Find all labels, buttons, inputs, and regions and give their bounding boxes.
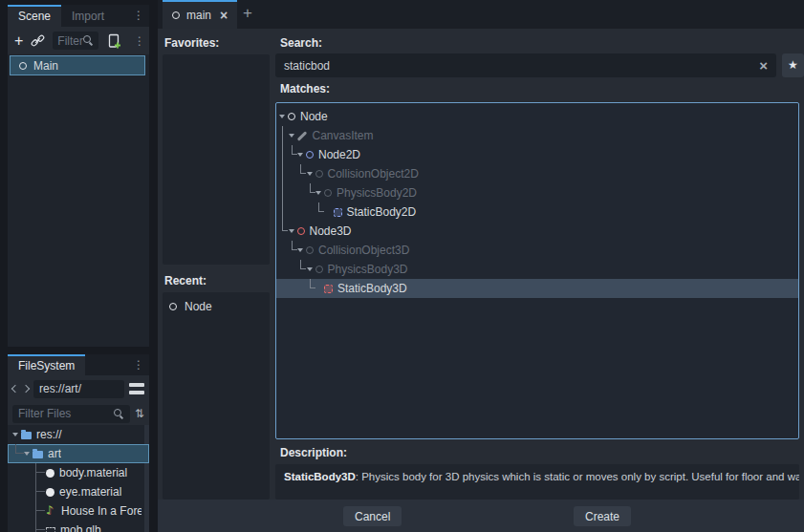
matches-item-staticbody3d[interactable]: StaticBody3D xyxy=(276,279,798,298)
scene-filter-placeholder: Filter xyxy=(57,34,83,48)
dialog-button-bar: Cancel Create xyxy=(158,500,804,532)
pencil-icon xyxy=(297,131,308,141)
search-input[interactable]: staticbod × xyxy=(275,53,776,77)
filesystem-item-art[interactable]: art xyxy=(8,444,149,463)
filesystem-tree: res://artbody.materialeye.materialHouse … xyxy=(8,425,149,532)
ring-gray-icon xyxy=(315,170,323,178)
filesystem-filter-row: Filter Files ⇅ xyxy=(8,402,149,425)
matches-item-staticbody2d[interactable]: StaticBody2D xyxy=(276,202,798,222)
tab-import[interactable]: Import xyxy=(61,5,115,27)
file-label: mob.glb xyxy=(60,523,101,532)
filesystem-menu-icon[interactable]: ⋮ xyxy=(128,354,149,376)
search-icon xyxy=(83,35,94,46)
recent-item-label: Node xyxy=(185,300,212,313)
attach-script-icon[interactable] xyxy=(106,33,121,49)
file-label: body.material xyxy=(59,466,127,479)
filesystem-item-house-in-a-forest-lo[interactable]: House In a Forest Lo xyxy=(8,501,149,521)
close-tab-icon[interactable]: × xyxy=(220,8,228,23)
filesystem-body: res://art/ Filter Files ⇅ res://artbody.… xyxy=(8,375,149,532)
favorites-list[interactable] xyxy=(163,54,270,265)
back-icon[interactable] xyxy=(11,385,19,393)
path-input[interactable]: res://art/ xyxy=(33,380,124,398)
forward-icon[interactable] xyxy=(22,385,30,393)
cancel-button[interactable]: Cancel xyxy=(343,506,402,526)
collapse-chevron-icon[interactable] xyxy=(315,183,324,202)
node-type-label: Node3D xyxy=(310,224,352,238)
file-label: House In a Forest Lo xyxy=(61,504,141,518)
box-blue-icon xyxy=(334,208,342,217)
node-type-label: CanvasItem xyxy=(313,129,374,142)
search-value: staticbod xyxy=(284,59,330,73)
collapse-chevron-icon[interactable] xyxy=(11,425,21,444)
ring-blue-icon xyxy=(306,151,314,159)
filesystem-item-mob-glb[interactable]: mob.glb xyxy=(8,521,149,532)
scene-filter-input[interactable]: Filter xyxy=(53,32,98,50)
godot-editor: Scene Import ⋮ + Filter ⋮ xyxy=(0,0,804,532)
scene-tab-bar: main × + xyxy=(158,0,804,29)
node-type-label: Node2D xyxy=(318,148,360,161)
recent-item-node[interactable]: Node xyxy=(163,297,270,316)
matches-item-node3d[interactable]: Node3D xyxy=(276,222,798,241)
tree-connector xyxy=(35,482,46,501)
tab-scene[interactable]: Scene xyxy=(8,5,61,27)
clear-search-icon[interactable]: × xyxy=(759,60,768,72)
description-label: Description: xyxy=(280,446,347,459)
ring-gray-icon xyxy=(306,246,314,254)
description-box: StaticBody3D: Physics body for 3D physic… xyxy=(275,464,799,500)
matches-item-collisionobject2d[interactable]: CollisionObject2D xyxy=(276,164,798,183)
audio-icon xyxy=(46,505,56,518)
collapse-chevron-icon[interactable] xyxy=(296,241,306,260)
collapse-chevron-icon[interactable] xyxy=(23,444,33,463)
tab-filesystem[interactable]: FileSystem xyxy=(8,354,85,376)
node-type-label: StaticBody2D xyxy=(347,205,417,219)
filter-files-input[interactable]: Filter Files xyxy=(12,405,130,423)
node-type-label: Node xyxy=(300,110,328,123)
collapse-chevron-icon[interactable] xyxy=(296,145,306,164)
scene-toolbar-menu-icon[interactable]: ⋮ xyxy=(129,32,150,50)
favorite-toggle-button[interactable]: ★ xyxy=(782,53,804,77)
scene-dock-tabbar: Scene Import ⋮ xyxy=(8,5,149,27)
new-scene-tab-icon[interactable]: + xyxy=(234,0,261,29)
matches-item-canvasitem[interactable]: CanvasItem xyxy=(276,126,798,145)
instance-scene-icon[interactable] xyxy=(31,33,45,48)
sort-files-icon[interactable]: ⇅ xyxy=(135,407,144,420)
description-text: : Physics body for 3D physics which is s… xyxy=(356,471,799,482)
collapse-chevron-icon[interactable] xyxy=(306,260,315,279)
mesh-icon xyxy=(46,527,55,532)
filesystem-item-eye-material[interactable]: eye.material xyxy=(8,482,149,501)
matches-item-node2d[interactable]: Node2D xyxy=(276,145,798,164)
scene-tree-item-main[interactable]: Main xyxy=(10,55,145,75)
filesystem-item-res-[interactable]: res:// xyxy=(8,425,149,444)
search-label: Search: xyxy=(280,36,322,50)
filesystem-nav: res://art/ xyxy=(8,375,149,402)
matches-item-collisionobject3d[interactable]: CollisionObject3D xyxy=(276,241,798,260)
collapse-chevron-icon[interactable] xyxy=(288,126,297,145)
tree-connector xyxy=(35,501,46,521)
ring-white-icon xyxy=(288,113,295,120)
dock-menu-icon[interactable]: ⋮ xyxy=(128,5,149,27)
collapse-chevron-icon[interactable] xyxy=(288,222,297,241)
matches-item-node[interactable]: Node xyxy=(276,107,798,126)
create-button[interactable]: Create xyxy=(574,506,631,526)
toggle-split-mode-icon[interactable] xyxy=(129,383,144,394)
scene-tab-main[interactable]: main × xyxy=(163,0,237,29)
filesystem-item-body-material[interactable]: body.material xyxy=(8,463,149,482)
node-icon xyxy=(172,11,180,19)
favorites-label: Favorites: xyxy=(164,36,219,50)
matches-item-physicsbody3d[interactable]: PhysicsBody3D xyxy=(276,260,798,279)
filesystem-dock: FileSystem ⋮ res://art/ Filter Files ⇅ r… xyxy=(8,354,149,532)
collapse-chevron-icon[interactable] xyxy=(278,107,288,126)
ring-gray-icon xyxy=(315,266,323,273)
add-node-icon[interactable]: + xyxy=(14,34,23,48)
search-icon xyxy=(114,409,124,419)
matches-item-physicsbody2d[interactable]: PhysicsBody2D xyxy=(276,183,798,202)
recent-list[interactable]: Node xyxy=(163,292,270,500)
folder-icon xyxy=(33,451,43,458)
collapse-chevron-icon[interactable] xyxy=(306,164,315,183)
ring-red-icon xyxy=(297,227,305,235)
ring-white-icon xyxy=(169,303,177,310)
description-term: StaticBody3D xyxy=(284,471,356,482)
file-label: eye.material xyxy=(59,485,121,499)
file-label: res:// xyxy=(36,428,62,441)
tree-connector xyxy=(310,279,315,288)
